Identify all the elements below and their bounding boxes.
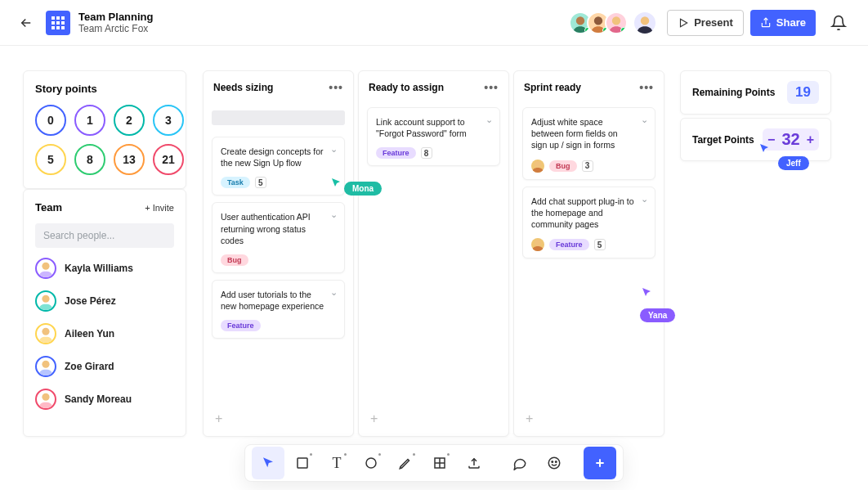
- story-point-chip[interactable]: 13: [114, 144, 145, 175]
- team-member-row[interactable]: Aileen Yun: [35, 323, 174, 344]
- task-card[interactable]: ⌄Add user tutorials to the new homepage …: [212, 280, 345, 339]
- chevron-down-icon[interactable]: ⌄: [485, 115, 493, 125]
- tool-shape[interactable]: [355, 447, 387, 479]
- column-menu-button[interactable]: •••: [329, 81, 343, 94]
- story-point-chip[interactable]: 2: [114, 105, 145, 136]
- chevron-down-icon[interactable]: ⌄: [641, 115, 648, 125]
- presence-avatar[interactable]: [605, 11, 628, 34]
- svg-rect-6: [51, 26, 55, 29]
- svg-rect-3: [51, 21, 55, 25]
- cursor-icon: [642, 287, 651, 297]
- grid-icon: [432, 456, 447, 470]
- share-button[interactable]: Share: [750, 10, 816, 36]
- avatar: [35, 389, 56, 410]
- svg-rect-4: [56, 21, 60, 25]
- team-member-name: Jose Pérez: [65, 295, 116, 307]
- story-point-chip[interactable]: 0: [35, 105, 66, 136]
- svg-point-22: [366, 458, 376, 468]
- share-icon: [760, 17, 772, 29]
- bottom-toolbar: T: [244, 444, 624, 482]
- assignee-avatar: [531, 160, 544, 173]
- team-member-row[interactable]: Sandy Moreau: [35, 389, 174, 410]
- tool-reactions[interactable]: [538, 447, 570, 479]
- tool-frame[interactable]: [423, 447, 456, 479]
- svg-point-24: [548, 457, 560, 469]
- tool-sticky-note[interactable]: [286, 447, 319, 479]
- back-button[interactable]: [16, 13, 36, 33]
- plus-icon: [593, 456, 606, 470]
- task-card[interactable]: ⌄Link account support to "Forgot Passwor…: [367, 107, 500, 166]
- story-point-chip[interactable]: 1: [74, 105, 105, 136]
- collaborator-yana-cursor: Yana: [642, 287, 675, 322]
- story-point-chip[interactable]: 3: [153, 105, 184, 136]
- chevron-down-icon[interactable]: ⌄: [641, 194, 648, 205]
- svg-rect-2: [61, 16, 65, 20]
- tool-comment[interactable]: [503, 447, 536, 479]
- team-title: Team: [35, 201, 62, 214]
- notifications-button[interactable]: [825, 10, 852, 36]
- task-card[interactable]: ⌄Create design concepts for the new Sign…: [212, 137, 345, 196]
- target-points-label: Target Points: [692, 134, 754, 146]
- collaborator-jeff-label: Jeff: [778, 156, 809, 170]
- card-tag: Task: [221, 177, 250, 188]
- column-title: Ready to assign: [369, 82, 444, 93]
- tool-text[interactable]: T: [320, 447, 353, 479]
- avatar: [35, 258, 56, 279]
- add-card-button[interactable]: +: [212, 407, 345, 431]
- team-member-row[interactable]: Zoe Girard: [35, 356, 174, 377]
- present-button[interactable]: Present: [667, 10, 744, 36]
- team-panel: Team + Invite Kayla WilliamsJose PérezAi…: [23, 189, 186, 437]
- column-menu-button[interactable]: •••: [484, 81, 499, 94]
- add-card-button[interactable]: +: [367, 407, 500, 431]
- svg-point-20: [535, 240, 541, 246]
- add-card-button[interactable]: +: [522, 407, 655, 431]
- team-member-row[interactable]: Jose Pérez: [35, 290, 174, 312]
- avatar: [35, 323, 56, 344]
- chevron-down-icon[interactable]: ⌄: [330, 209, 338, 220]
- column-sprint-ready: Sprint ready ••• ⌄Adjust white space bet…: [513, 70, 664, 437]
- target-points-value: 32: [781, 130, 799, 149]
- chevron-down-icon[interactable]: ⌄: [330, 144, 338, 155]
- chevron-down-icon[interactable]: ⌄: [330, 287, 338, 298]
- column-menu-button[interactable]: •••: [639, 81, 654, 94]
- tool-pen[interactable]: [389, 447, 422, 479]
- tool-upload[interactable]: [458, 447, 490, 479]
- card-points: 5: [594, 239, 606, 250]
- tool-select[interactable]: [252, 447, 284, 479]
- svg-point-17: [42, 361, 49, 368]
- column-title: Needs sizing: [213, 82, 273, 93]
- presence-avatar-self[interactable]: [633, 11, 657, 35]
- story-point-chip[interactable]: 21: [153, 144, 184, 175]
- task-card[interactable]: ⌄User authentication API returning wrong…: [212, 202, 345, 273]
- story-point-chip[interactable]: 8: [74, 144, 105, 175]
- board-title: Team Planning: [78, 11, 154, 23]
- cursor-icon: [261, 456, 275, 470]
- column-ready-to-assign: Ready to assign ••• ⌄Link account suppor…: [358, 70, 509, 437]
- task-card[interactable]: ⌄Add chat support plug-in to the homepag…: [522, 187, 655, 259]
- card-points: 8: [421, 147, 432, 159]
- invite-button[interactable]: + Invite: [145, 203, 174, 213]
- task-card[interactable]: ⌄Adjust white space between form fields …: [522, 107, 655, 180]
- svg-point-16: [42, 328, 49, 335]
- story-point-chip[interactable]: 5: [35, 144, 66, 175]
- team-member-row[interactable]: Kayla Williams: [35, 258, 174, 279]
- target-points-stepper: − 32 +: [763, 128, 819, 151]
- story-points-panel: Story points 0123581321: [23, 70, 186, 189]
- title-block[interactable]: Team Planning Team Arctic Fox: [78, 11, 154, 34]
- search-people-input[interactable]: [35, 223, 174, 248]
- remaining-points-value: 19: [787, 81, 819, 104]
- text-icon: T: [333, 455, 342, 472]
- app-logo[interactable]: [46, 11, 70, 35]
- target-increment-button[interactable]: +: [807, 133, 814, 147]
- presence-avatars[interactable]: [574, 11, 657, 35]
- team-member-name: Kayla Williams: [65, 263, 133, 274]
- header: Team Planning Team Arctic Fox Present Sh…: [0, 0, 868, 46]
- board-subtitle: Team Arctic Fox: [78, 23, 154, 34]
- card-title: Add chat support plug-in to the homepage…: [531, 196, 647, 231]
- svg-point-10: [594, 16, 602, 25]
- tool-add[interactable]: [584, 447, 616, 479]
- team-member-name: Aileen Yun: [65, 328, 114, 339]
- collaborator-yana-label: Yana: [640, 308, 675, 322]
- svg-rect-21: [298, 458, 307, 468]
- pen-icon: [398, 456, 413, 470]
